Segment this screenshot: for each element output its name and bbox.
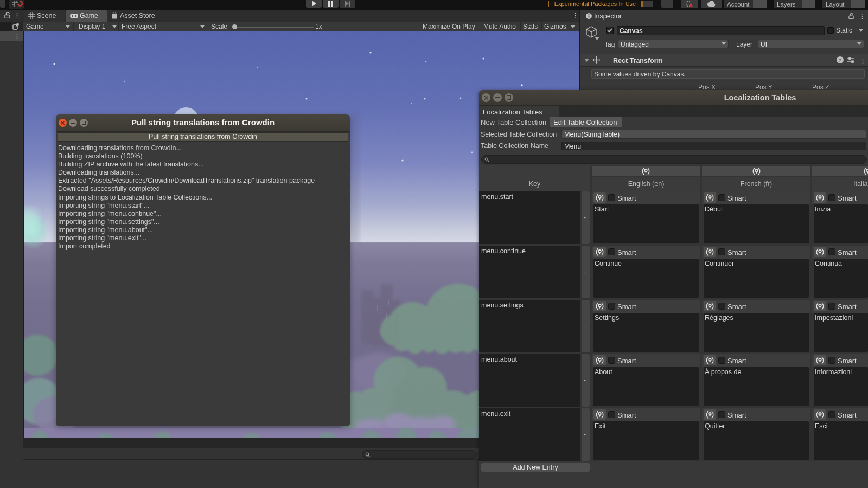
svg-text:?: ? [839, 57, 842, 63]
